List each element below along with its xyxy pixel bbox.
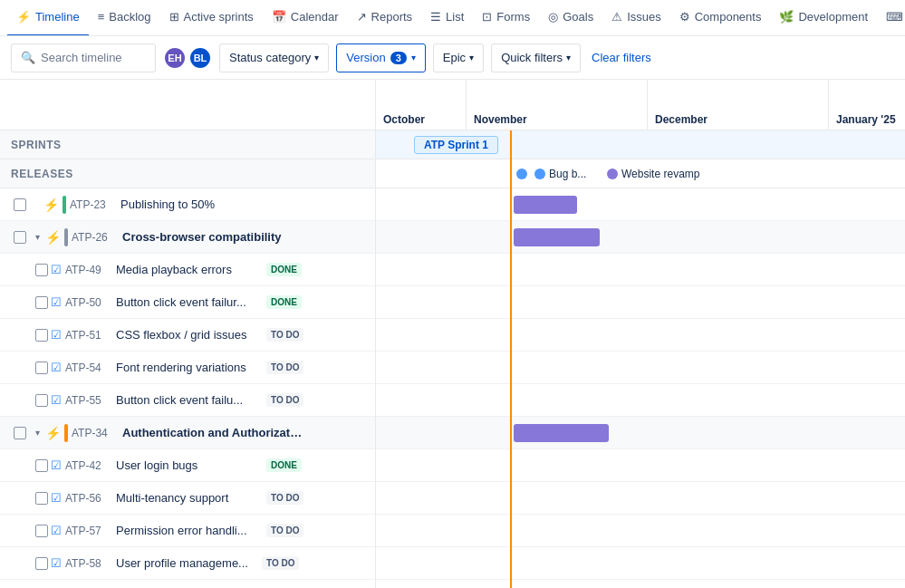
task-title-atp42: User login bugs [116, 458, 261, 472]
task-icon-atp23: ⚡ [43, 198, 59, 212]
task-title-atp49: Media playback errors [116, 263, 261, 276]
timeline-icon: ⚡ [16, 10, 31, 24]
release-circle-purple [607, 169, 618, 179]
sprint-banner: ATP Sprint 1 [414, 136, 498, 154]
task-id-atp50: ATP-50 [65, 296, 112, 309]
checkbox-atp26[interactable] [11, 231, 29, 244]
epic-filter-button[interactable]: Epic ▾ [433, 43, 484, 72]
nav-components[interactable]: ⚙ Components [670, 0, 771, 36]
status-badge-atp54: TO DO [266, 361, 303, 374]
release-label-website: Website revamp [621, 168, 699, 180]
clear-filters-button[interactable]: Clear filters [588, 51, 655, 64]
list-icon: ☰ [430, 10, 441, 24]
checkbox-atp23[interactable] [11, 198, 29, 211]
nav-forms[interactable]: ⊡ Forms [473, 0, 539, 36]
task-title-atp34: Authentication and Authorization [122, 426, 303, 439]
task-id-atp57: ATP-57 [65, 525, 112, 537]
nav-reports[interactable]: ↗ Reports [348, 0, 422, 36]
release-label-bug: Bug b... [549, 168, 586, 180]
version-label: Version [346, 51, 385, 64]
task-title-atp26: Cross-browser compatibility [122, 230, 303, 244]
month-january: January '25 [829, 80, 905, 130]
task-row: ☑ ATP-42 User login bugs DONE [0, 449, 375, 482]
nav-timeline[interactable]: ⚡ Timeline [7, 0, 89, 36]
month-december: December [648, 80, 829, 130]
task-id-atp49: ATP-49 [65, 264, 112, 276]
nav-code[interactable]: ⌨ Code [877, 0, 905, 36]
nav-reports-label: Reports [371, 10, 413, 24]
components-icon: ⚙ [679, 10, 690, 24]
search-timeline-input[interactable]: 🔍 Search timeline [11, 43, 156, 72]
task-row: ▾ ⚡ ATP-34 Authentication and Authorizat… [0, 417, 375, 449]
task-icon-atp58: ☑ [51, 556, 62, 570]
expand-atp34[interactable]: ▾ [29, 425, 45, 441]
gantt-row-atp50 [376, 286, 905, 319]
task-id-atp58: ATP-58 [65, 557, 112, 570]
gantt-row-atp56 [376, 482, 905, 515]
task-title-atp57: Permission error handli... [116, 524, 261, 537]
gantt-bar-atp23 [514, 196, 577, 214]
task-title-atp51: CSS flexbox / grid issues [116, 328, 261, 342]
goals-icon: ◎ [548, 10, 558, 24]
checkbox-atp57[interactable] [33, 525, 51, 537]
nav-active-sprints[interactable]: ⊞ Active sprints [160, 0, 263, 36]
checkbox-atp55[interactable] [33, 394, 51, 407]
quick-filters-button[interactable]: Quick filters ▾ [491, 43, 581, 72]
status-category-label: Status category [229, 51, 311, 64]
release-circle-blue [516, 169, 527, 179]
checkbox-atp34[interactable] [11, 427, 29, 439]
forms-icon: ⊡ [482, 10, 492, 24]
avatar-bl: BL [188, 46, 212, 70]
nav-issues[interactable]: ⚠ Issues [602, 0, 670, 36]
nav-list[interactable]: ☰ List [421, 0, 473, 36]
nav-backlog[interactable]: ≡ Backlog [89, 0, 160, 36]
task-icon-atp57: ☑ [51, 524, 62, 537]
releases-section-row: Releases [0, 159, 375, 188]
releases-row: Bug b... Website revamp [376, 159, 905, 188]
task-row: ☑ ATP-58 User profile manageme... TO DO [0, 547, 375, 580]
color-bar-atp23 [63, 196, 66, 214]
month-header-row: October November December January '25 [376, 80, 905, 130]
gantt-chart: ATP Sprint 1 Bug b... Website revamp [376, 130, 905, 588]
gantt-row-atp26 [376, 221, 905, 254]
task-id-atp55: ATP-55 [65, 394, 112, 407]
checkbox-atp51[interactable] [33, 329, 51, 342]
color-bar-atp34 [64, 424, 68, 442]
gantt-bar-atp26 [514, 228, 600, 246]
nav-goals[interactable]: ◎ Goals [539, 0, 602, 36]
top-navigation: ⚡ Timeline ≡ Backlog ⊞ Active sprints 📅 … [0, 0, 905, 36]
checkbox-atp50[interactable] [33, 296, 51, 309]
nav-sprints-label: Active sprints [184, 10, 254, 24]
nav-development[interactable]: 🌿 Development [770, 0, 877, 36]
task-icon-atp26: ⚡ [45, 230, 61, 245]
sprint-banner-row: ATP Sprint 1 [376, 130, 905, 159]
checkbox-atp42[interactable] [33, 459, 51, 472]
avatar-group: EH BL [163, 46, 212, 70]
nav-calendar[interactable]: 📅 Calendar [263, 0, 348, 36]
nav-forms-label: Forms [496, 10, 530, 24]
color-bar-atp26 [64, 228, 68, 246]
task-icon-atp51: ☑ [51, 328, 62, 342]
task-title-atp50: Button click event failur... [116, 295, 261, 309]
release-dot-1 [516, 169, 527, 179]
version-filter-button[interactable]: Version 3 ▾ [336, 43, 426, 72]
task-icon-atp54: ☑ [51, 361, 62, 374]
status-badge-atp56: TO DO [266, 491, 303, 505]
checkbox-atp56[interactable] [33, 492, 51, 505]
expand-atp26[interactable]: ▾ [29, 229, 45, 246]
status-category-button[interactable]: Status category ▾ [219, 43, 329, 72]
nav-issues-label: Issues [627, 10, 661, 24]
sprints-icon: ⊞ [169, 10, 179, 24]
task-row: ☑ ATP-50 Button click event failur... DO… [0, 286, 375, 319]
gantt-bar-atp34 [514, 424, 609, 442]
task-row: ☑ ATP-54 Font rendering variations TO DO [0, 352, 375, 384]
gantt-row-atp51 [376, 319, 905, 352]
checkbox-atp54[interactable] [33, 361, 51, 374]
task-row: ☑ ATP-49 Media playback errors DONE [0, 254, 375, 286]
task-title-atp56: Multi-tenancy support [116, 491, 261, 505]
timeline-panel: October November December January '25 AT… [376, 80, 905, 588]
nav-components-label: Components [695, 10, 762, 24]
gantt-row-atp34 [376, 417, 905, 449]
checkbox-atp49[interactable] [33, 264, 51, 276]
checkbox-atp58[interactable] [33, 557, 51, 570]
